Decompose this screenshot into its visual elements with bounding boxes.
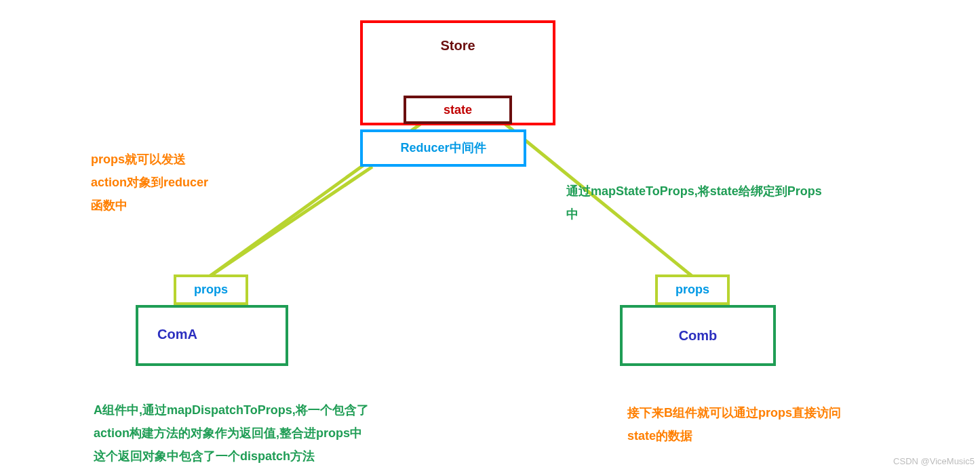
annotation-left-orange: props就可以发送 action对象到reducer 函数中 bbox=[91, 148, 267, 217]
comA-box: ComA bbox=[136, 305, 288, 366]
store-title: Store bbox=[363, 38, 553, 54]
state-box: state bbox=[404, 96, 512, 124]
props-box-a: props bbox=[174, 274, 248, 305]
annotation-bottom-orange-line2: state的数据 bbox=[627, 424, 912, 447]
annotation-bottom-green-line2: action构建方法的对象作为返回值,整合进props中 bbox=[94, 422, 446, 445]
props-b-label: props bbox=[658, 277, 727, 302]
props-box-b: props bbox=[655, 274, 730, 305]
store-box: Store state bbox=[360, 20, 555, 125]
diagram-canvas: Store state Reducer中间件 props ComA props … bbox=[0, 0, 980, 469]
annotation-left-orange-line2: action对象到reducer bbox=[91, 171, 267, 194]
annotation-right-green: 通过mapStateToProps,将state给绑定到Props 中 bbox=[566, 180, 926, 226]
annotation-bottom-green-line3: 这个返回对象中包含了一个dispatch方法 bbox=[94, 445, 446, 468]
annotation-bottom-orange-line1: 接下来B组件就可以通过props直接访问 bbox=[627, 401, 912, 424]
annotation-right-green-line2: 中 bbox=[566, 203, 926, 226]
annotation-left-orange-line3: 函数中 bbox=[91, 194, 267, 217]
annotation-right-green-line1: 通过mapStateToProps,将state给绑定到Props bbox=[566, 180, 926, 203]
comB-box: Comb bbox=[620, 305, 776, 366]
annotation-left-orange-line1: props就可以发送 bbox=[91, 148, 267, 171]
reducer-label: Reducer中间件 bbox=[363, 132, 524, 164]
reducer-box: Reducer中间件 bbox=[360, 129, 526, 167]
annotation-bottom-green: A组件中,通过mapDispatchToProps,将一个包含了 action构… bbox=[94, 399, 446, 468]
watermark: CSDN @ViceMusic5 bbox=[893, 456, 975, 466]
annotation-bottom-orange: 接下来B组件就可以通过props直接访问 state的数据 bbox=[627, 401, 912, 447]
annotation-bottom-green-line1: A组件中,通过mapDispatchToProps,将一个包含了 bbox=[94, 399, 446, 422]
props-a-label: props bbox=[176, 277, 246, 302]
comA-label: ComA bbox=[157, 327, 286, 342]
comB-label: Comb bbox=[623, 308, 773, 363]
